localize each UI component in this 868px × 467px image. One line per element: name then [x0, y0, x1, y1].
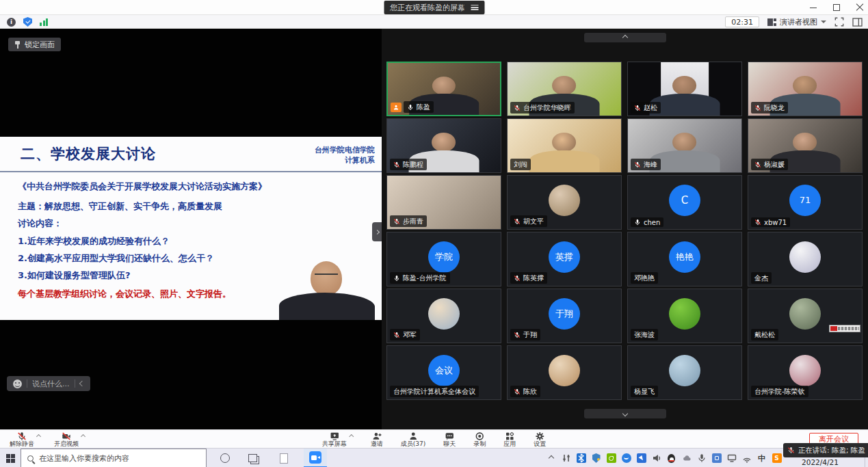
tray-remote-pointer-icon[interactable]: [636, 453, 646, 464]
participant-tile[interactable]: 71xbw71: [748, 175, 863, 230]
participant-tile[interactable]: 刘闯: [507, 118, 622, 173]
participant-tile[interactable]: 学院陈盈-台州学院: [386, 232, 501, 286]
tray-nvidia-icon[interactable]: [606, 453, 616, 464]
view-mode-selector[interactable]: 演讲者视图: [767, 17, 826, 27]
search-input[interactable]: [39, 454, 200, 463]
participant-label-row: 赵松: [631, 102, 661, 114]
collapse-chat-icon[interactable]: [79, 381, 84, 386]
slide-line: 1.近年来学校发展的成功经验有什么？: [18, 232, 372, 250]
chat-button[interactable]: 聊天: [443, 431, 456, 448]
fullscreen-icon[interactable]: [834, 17, 844, 27]
emoji-icon[interactable]: [13, 379, 22, 388]
start-button[interactable]: [0, 449, 21, 467]
video-button[interactable]: 开启视频: [54, 431, 85, 448]
tray-cloud-drive-icon[interactable]: [681, 453, 692, 464]
scroll-up-button[interactable]: [584, 33, 666, 42]
scroll-down-button[interactable]: [584, 409, 666, 418]
members-button[interactable]: 成员(37): [401, 431, 425, 448]
participant-tile[interactable]: 戴松松: [748, 289, 863, 343]
mic-off-icon: [17, 431, 27, 441]
participant-tile[interactable]: 金杰: [748, 232, 863, 286]
mic-on-icon: [407, 104, 414, 111]
participant-tile[interactable]: 台州学院-陈荣钦: [748, 345, 863, 400]
tray-ime-icon[interactable]: 中: [757, 453, 767, 464]
pin-view-button[interactable]: 锁定画面: [8, 38, 61, 51]
share-button[interactable]: 共享屏幕: [322, 431, 353, 448]
expand-panel-button[interactable]: [372, 222, 382, 241]
slide-line: 3.如何建设服务型管理队伍?: [18, 267, 372, 284]
participant-label: chen: [631, 217, 663, 227]
tray-speaker-icon[interactable]: [651, 453, 661, 464]
participant-tile[interactable]: 胡文平: [507, 175, 622, 230]
gear-icon: [535, 431, 544, 441]
participant-tile[interactable]: 赵松: [627, 62, 742, 116]
maximize-button[interactable]: [832, 3, 841, 12]
file-app-button[interactable]: [272, 449, 295, 467]
chevron-up-icon[interactable]: [81, 434, 86, 439]
task-view-icon: [248, 454, 257, 462]
invite-button[interactable]: 邀请: [371, 431, 383, 448]
participant-tile[interactable]: 于翔于翔: [507, 289, 622, 343]
participant-tile[interactable]: 陈鹏程: [386, 118, 501, 173]
participant-label: 陈欣: [510, 386, 540, 397]
tray-chevron-up-icon[interactable]: [546, 453, 556, 464]
participant-tile[interactable]: 阮晓龙: [748, 62, 863, 116]
apps-button[interactable]: 应用: [503, 431, 516, 448]
mic-muted-icon: [393, 161, 400, 168]
settings-button[interactable]: 设置: [534, 431, 546, 448]
tray-projector-icon[interactable]: [726, 453, 737, 464]
participant-label-row: 台州学院计算机系全体会议: [390, 386, 479, 397]
participant-label: 金杰: [751, 272, 772, 284]
tray-qq-icon[interactable]: [666, 453, 676, 464]
task-view-button[interactable]: [241, 449, 264, 467]
chevron-up-icon[interactable]: [36, 434, 41, 439]
chevron-up-icon[interactable]: [349, 434, 354, 439]
slide-discussion-lines: 主题：解放思想、守正创新、实干争先，高质量发展讨论内容：1.近年来学校发展的成功…: [18, 198, 372, 284]
tray-browser-blue-icon[interactable]: [621, 453, 631, 464]
tray-wireless-display-icon[interactable]: [741, 453, 752, 464]
participant-tile[interactable]: 杨显飞: [627, 345, 742, 400]
tray-snip-tool-icon[interactable]: [711, 453, 722, 464]
pin-label: 锁定画面: [25, 40, 55, 50]
meeting-info-icon[interactable]: i: [7, 18, 16, 27]
meeting-app-button[interactable]: [304, 449, 327, 467]
mute-button[interactable]: 解除静音: [10, 431, 40, 448]
slide-line: 讨论内容：: [18, 215, 372, 232]
participant-tile[interactable]: 海峰: [627, 118, 742, 173]
tray-volume-mixer-icon[interactable]: [561, 453, 571, 464]
participant-tile[interactable]: 张海波: [627, 289, 742, 343]
slide-line: 主题：解放思想、守正创新、实干争先，高质量发展: [18, 198, 372, 215]
close-button[interactable]: [856, 3, 864, 12]
quick-chat-bar[interactable]: 说点什么...: [7, 376, 90, 391]
participant-tile[interactable]: Cchen: [627, 175, 742, 230]
sharing-badge-icon: [391, 103, 402, 112]
participant-tile[interactable]: 陈欣: [507, 345, 622, 400]
tray-security-shield-icon[interactable]: [591, 453, 601, 464]
participant-tile[interactable]: 陈盈: [386, 62, 501, 116]
slide-line: 2.创建高水平应用型大学我们还缺什么、怎么干？: [18, 250, 372, 267]
security-shield-icon[interactable]: [23, 17, 32, 27]
watching-banner[interactable]: 您正在观看陈盈的屏幕: [384, 1, 484, 14]
participant-tile[interactable]: 艳艳邓艳艳: [627, 232, 742, 286]
meeting-subbar: i 02:31 演讲者视图: [0, 15, 868, 29]
participant-tile[interactable]: 台州学院华晓晖: [507, 62, 622, 116]
participant-name: 台州学院计算机系全体会议: [393, 387, 475, 397]
record-button[interactable]: 录制: [473, 431, 486, 448]
slide-document-line: 《中共台州学院委员会关于开展学校发展大讨论活动实施方案》: [18, 178, 372, 195]
participant-tile[interactable]: 步雨青: [386, 175, 501, 230]
mic-muted-icon: [393, 218, 400, 225]
tray-bluetooth-icon[interactable]: [576, 453, 586, 464]
participant-tile[interactable]: 英撑陈英撑: [507, 232, 622, 286]
tray-microphone-icon[interactable]: [696, 453, 707, 464]
participant-tile[interactable]: 邓军: [386, 289, 501, 343]
tray-sogou-icon[interactable]: S: [772, 453, 782, 464]
banner-menu-icon[interactable]: [471, 5, 478, 10]
side-panel-icon[interactable]: [852, 18, 863, 27]
cortana-button[interactable]: [213, 449, 237, 467]
participant-label-row: 海峰: [631, 159, 661, 170]
participant-tile[interactable]: 杨淑媛: [748, 118, 863, 173]
minimize-button[interactable]: [809, 3, 817, 12]
participant-tile[interactable]: 会议台州学院计算机系全体会议: [386, 345, 501, 400]
taskbar-search[interactable]: [21, 449, 207, 467]
chat-input-placeholder[interactable]: 说点什么...: [32, 379, 70, 389]
